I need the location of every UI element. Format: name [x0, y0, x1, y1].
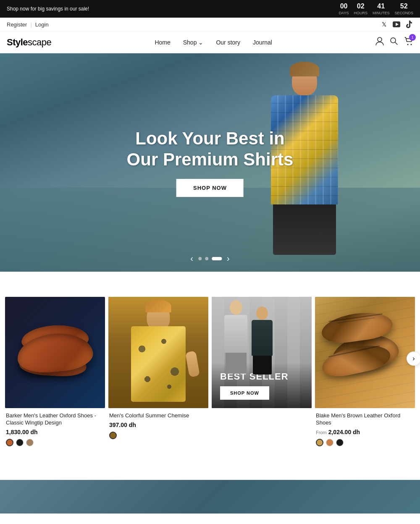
product-image-1	[5, 297, 105, 408]
product-name-1: Barker Men's Leather Oxford Shoes - Clas…	[6, 412, 104, 427]
products-row: Barker Men's Leather Oxford Shoes - Clas…	[5, 297, 415, 451]
slider-prev-button[interactable]: ‹	[190, 254, 193, 263]
nav-journal[interactable]: Journal	[253, 39, 272, 46]
tiktok-icon[interactable]	[405, 20, 413, 29]
svg-point-5	[411, 44, 412, 45]
swatch-4-1[interactable]	[316, 439, 323, 446]
product-card-3[interactable]: BEST SELLER SHOP NOW	[212, 297, 312, 451]
nav-our-story[interactable]: Our story	[216, 39, 240, 46]
countdown-minutes: 41 Minutes	[373, 3, 390, 15]
swatch-4-2[interactable]	[326, 439, 333, 446]
nav-shop[interactable]: Shop ⌄	[183, 39, 204, 46]
slider-next-button[interactable]: ›	[227, 254, 230, 263]
product-image-4	[315, 297, 415, 408]
product-price-1: 1,830.00 dh	[6, 429, 104, 435]
svg-point-2	[378, 37, 382, 42]
slider-dot-3[interactable]	[212, 257, 222, 260]
search-icon[interactable]	[390, 37, 398, 47]
products-next-button[interactable]: ›	[407, 351, 420, 366]
products-section: Barker Men's Leather Oxford Shoes - Clas…	[0, 284, 420, 463]
product-info-1: Barker Men's Leather Oxford Shoes - Clas…	[5, 408, 105, 451]
cart-badge: 1	[409, 34, 416, 41]
main-header: Stylescape Home Shop ⌄ Our story Journal	[0, 31, 420, 53]
swatch-4-3[interactable]	[336, 439, 344, 446]
svg-point-4	[407, 44, 409, 45]
account-icon[interactable]	[375, 37, 384, 48]
announcement-text: Shop now for big savings in our sale!	[7, 6, 339, 12]
hero-background: Look Your Best in Our Premium Shirts SHO…	[0, 53, 420, 272]
swatch-1-1[interactable]	[6, 439, 13, 446]
hero-title: Look Your Best in Our Premium Shirts	[127, 128, 294, 170]
slider-dots	[198, 257, 222, 260]
slider-controls: ‹ ›	[190, 254, 229, 263]
countdown: 00 Days 02 Hours 41 Minutes 52 Seconds	[339, 3, 413, 15]
color-swatches-1	[6, 439, 104, 446]
header-icons: 1	[375, 37, 413, 48]
cart-icon[interactable]: 1	[404, 37, 413, 48]
countdown-seconds: 52 Seconds	[394, 3, 413, 15]
product-info-4: Blake Men's Brown Leather Oxford Shoes F…	[315, 408, 415, 451]
chevron-down-icon: ⌄	[198, 39, 203, 46]
swatch-2-1[interactable]	[109, 432, 117, 439]
product-card-1[interactable]: Barker Men's Leather Oxford Shoes - Clas…	[5, 297, 105, 451]
register-link[interactable]: Register	[7, 21, 27, 28]
product-card-4[interactable]: Blake Men's Brown Leather Oxford Shoes F…	[315, 297, 415, 451]
youtube-icon[interactable]	[392, 20, 401, 29]
main-nav: Home Shop ⌄ Our story Journal	[155, 39, 272, 46]
svg-point-3	[391, 38, 396, 43]
product-name-2: Men's Colorful Summer Chemise	[109, 412, 207, 419]
color-swatches-4	[316, 439, 414, 446]
slider-dot-1[interactable]	[198, 257, 202, 260]
product-image-2	[108, 297, 208, 408]
hero-content: Look Your Best in Our Premium Shirts SHO…	[127, 128, 294, 197]
swatch-1-3[interactable]	[26, 439, 34, 446]
product-info-2: Men's Colorful Summer Chemise 397.00 dh	[108, 408, 208, 443]
slider-dot-2[interactable]	[205, 257, 208, 260]
product-name-4: Blake Men's Brown Leather Oxford Shoes	[316, 412, 414, 427]
hero-cta-button[interactable]: SHOP NOW	[176, 179, 244, 197]
auth-links: Register | Login	[7, 21, 49, 28]
logo[interactable]: Stylescape	[7, 37, 51, 48]
best-seller-cta-button[interactable]: SHOP NOW	[220, 386, 269, 400]
product-price-2: 397.00 dh	[109, 422, 207, 428]
product-price-4: From2,024.00 dh	[316, 429, 414, 435]
bottom-preview	[0, 480, 420, 514]
countdown-days: 00 Days	[339, 3, 349, 15]
announcement-bar: Shop now for big savings in our sale! 00…	[0, 0, 420, 18]
hero-slider: Look Your Best in Our Premium Shirts SHO…	[0, 53, 420, 272]
countdown-hours: 02 Hours	[354, 3, 368, 15]
login-link[interactable]: Login	[35, 21, 49, 28]
nav-home[interactable]: Home	[155, 39, 170, 46]
color-swatches-2	[109, 432, 207, 439]
product-image-3: BEST SELLER SHOP NOW	[212, 297, 312, 408]
swatch-1-2[interactable]	[16, 439, 24, 446]
social-icons: 𝕏	[380, 20, 413, 29]
product-card-2[interactable]: Men's Colorful Summer Chemise 397.00 dh	[108, 297, 208, 451]
twitter-icon[interactable]: 𝕏	[380, 20, 388, 29]
utility-bar: Register | Login 𝕏	[0, 18, 420, 31]
